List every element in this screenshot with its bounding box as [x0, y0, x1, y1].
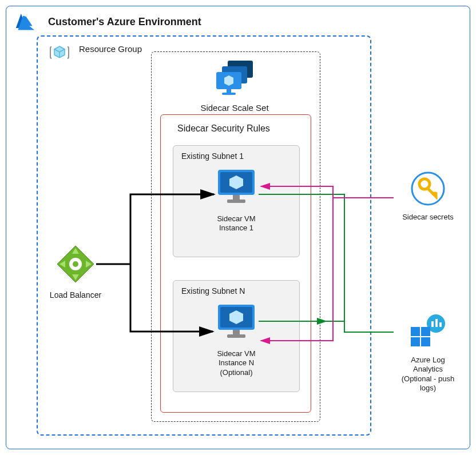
svg-rect-16 [233, 330, 240, 334]
vm1-label-line1: Sidecar VM [217, 214, 255, 223]
subnet-1-title: Existing Subnet 1 [181, 151, 244, 161]
azure-logo-icon [13, 13, 38, 33]
resource-group-icon [48, 41, 71, 64]
azure-log-analytics: Azure Log Analytics (Optional - push log… [394, 313, 462, 393]
svg-rect-30 [439, 322, 442, 327]
svg-rect-6 [227, 89, 231, 93]
subnet-1-box: Existing Subnet 1 Sidecar VM Instance 1 [173, 145, 300, 257]
svg-rect-29 [435, 319, 438, 327]
svg-rect-34 [421, 337, 430, 346]
svg-rect-12 [227, 199, 245, 203]
vmn-label-line3: (Optional) [220, 368, 252, 377]
key-icon [410, 170, 446, 207]
subnet-n-box: Existing Subnet N Sidecar VM Instance N … [173, 280, 300, 392]
load-balancer-icon [55, 244, 96, 285]
svg-rect-33 [411, 337, 420, 346]
vmn-label-line2: Instance N [219, 358, 254, 367]
svg-rect-7 [222, 93, 236, 95]
svg-point-20 [73, 261, 78, 267]
svg-rect-11 [233, 195, 240, 199]
vm-instance-1: Sidecar VM Instance 1 [179, 167, 293, 233]
sidecar-secrets: Sidecar secrets [394, 170, 462, 222]
log-line2: Analytics [413, 365, 443, 373]
scale-set-label: Sidecar Scale Set [195, 103, 275, 113]
log-line1: Azure Log [411, 356, 445, 364]
secrets-label: Sidecar secrets [394, 213, 462, 222]
vm-icon [215, 167, 258, 209]
svg-rect-28 [431, 321, 434, 327]
security-rules-label: Sidecar Security Rules [177, 123, 270, 134]
log-line3: (Optional - push [402, 374, 455, 383]
environment-title: Customer's Azure Environment [48, 16, 201, 28]
subnet-n-title: Existing Subnet N [181, 286, 245, 296]
log-line4: logs) [420, 384, 436, 392]
vmn-label-line1: Sidecar VM [217, 349, 255, 358]
svg-rect-31 [411, 327, 420, 336]
vm-icon [215, 302, 258, 344]
svg-rect-17 [227, 334, 245, 338]
resource-group-label: Resource Group [79, 44, 142, 54]
vm1-label-line2: Instance 1 [219, 223, 253, 232]
svg-rect-32 [421, 327, 430, 336]
vm-instance-n: Sidecar VM Instance N (Optional) [179, 302, 293, 377]
log-analytics-icon [407, 313, 449, 350]
load-balancer: Load Balancer [41, 244, 110, 300]
scale-set-icon [213, 59, 259, 99]
load-balancer-label: Load Balancer [41, 290, 110, 300]
diagram-canvas: Customer's Azure Environment Resource Gr… [0, 0, 476, 455]
